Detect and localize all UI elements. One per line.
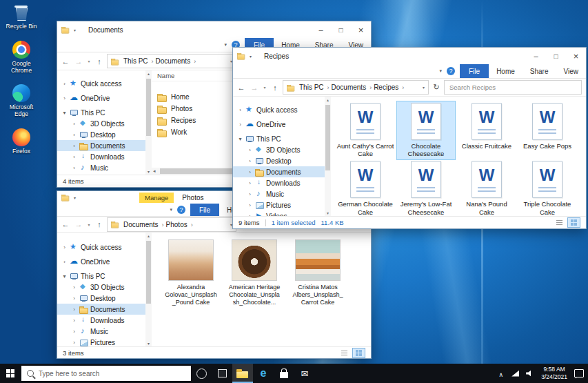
file-item[interactable]: German Chocolate Cake bbox=[336, 159, 394, 216]
file-item[interactable]: Chocolate Cheesecake bbox=[397, 101, 455, 159]
breadcrumb-item[interactable]: Recipes bbox=[374, 84, 406, 91]
ribbon-collapse-icon[interactable]: ▾ bbox=[439, 68, 442, 74]
up-button[interactable] bbox=[270, 84, 281, 92]
recent-locations-icon[interactable]: ▾ bbox=[86, 222, 92, 227]
search-input[interactable]: Search Recipes bbox=[444, 80, 582, 95]
maximize-button[interactable] bbox=[546, 48, 566, 64]
hidden-icons-button[interactable] bbox=[494, 364, 508, 383]
thumbnail-view-icon[interactable] bbox=[352, 348, 365, 358]
desktop-icon[interactable]: Firefox bbox=[3, 128, 40, 155]
file-item[interactable]: Jeremy's Low-Fat Cheesecake bbox=[397, 159, 455, 216]
sidebar-scrollbar[interactable] bbox=[145, 233, 152, 346]
breadcrumb-item[interactable]: Documents bbox=[123, 221, 166, 228]
expand-chevron-icon[interactable]: › bbox=[237, 121, 243, 128]
sidebar-item[interactable]: › Desktop bbox=[57, 129, 145, 140]
back-button[interactable] bbox=[236, 84, 247, 92]
address-dropdown-icon[interactable]: ▾ bbox=[423, 85, 425, 90]
file-explorer-button[interactable] bbox=[232, 364, 253, 383]
ribbon-tab[interactable]: View bbox=[556, 64, 587, 78]
titlebar[interactable]: ▾ Recipes bbox=[233, 48, 586, 64]
expand-chevron-icon[interactable]: › bbox=[71, 143, 77, 149]
details-view-icon[interactable] bbox=[553, 217, 566, 228]
breadcrumb-item[interactable]: Photos bbox=[166, 221, 195, 228]
volume-button[interactable] bbox=[523, 364, 537, 383]
expand-chevron-icon[interactable]: ▾ bbox=[237, 136, 243, 142]
breadcrumb-item[interactable]: Documents bbox=[156, 57, 199, 65]
expand-chevron-icon[interactable]: › bbox=[71, 295, 77, 302]
address-box[interactable]: This PCDocuments ▾ bbox=[107, 54, 236, 68]
action-center-button[interactable] bbox=[571, 364, 586, 383]
file-item[interactable]: Classic Fruitcake bbox=[458, 101, 516, 159]
expand-chevron-icon[interactable]: › bbox=[61, 244, 68, 251]
expand-chevron-icon[interactable]: › bbox=[71, 132, 77, 138]
sidebar-item[interactable]: › Documents bbox=[57, 304, 145, 315]
ribbon-tab[interactable]: Home bbox=[489, 64, 523, 78]
address-box[interactable]: This PCDocumentsRecipes ▾ bbox=[283, 80, 429, 95]
sidebar-item[interactable]: › Music bbox=[233, 188, 325, 199]
expand-chevron-icon[interactable]: › bbox=[61, 81, 68, 87]
scrollbar-thumb[interactable] bbox=[146, 241, 151, 304]
expand-chevron-icon[interactable]: › bbox=[71, 328, 77, 335]
sidebar-scrollbar[interactable] bbox=[325, 97, 331, 216]
sidebar-item[interactable]: › Videos bbox=[233, 210, 325, 216]
sidebar-item[interactable]: › Quick access bbox=[57, 242, 145, 253]
sidebar-item[interactable]: › Documents bbox=[233, 166, 325, 177]
task-view-button[interactable] bbox=[212, 364, 232, 383]
ribbon-collapse-icon[interactable]: ▾ bbox=[170, 207, 172, 213]
file-item[interactable]: Nana's Pound Cake bbox=[458, 159, 516, 216]
up-button[interactable] bbox=[94, 57, 105, 66]
breadcrumb-item[interactable]: This PC bbox=[123, 57, 156, 65]
expand-chevron-icon[interactable]: › bbox=[247, 213, 253, 217]
file-item[interactable]: Easy Cake Pops bbox=[518, 101, 576, 159]
address-box[interactable]: DocumentsPhotos ▾ bbox=[107, 217, 236, 232]
expand-chevron-icon[interactable]: › bbox=[71, 165, 77, 171]
sidebar-item[interactable]: › Music bbox=[57, 326, 145, 337]
desktop-icon[interactable]: Microsoft Edge bbox=[3, 84, 40, 118]
expand-chevron-icon[interactable]: › bbox=[71, 317, 77, 324]
expand-chevron-icon[interactable]: › bbox=[71, 284, 77, 291]
sidebar-item[interactable]: ▾ This PC bbox=[57, 107, 145, 118]
recent-locations-icon[interactable]: ▾ bbox=[262, 85, 267, 90]
sidebar-item[interactable]: ▾ This PC bbox=[233, 133, 325, 144]
file-item[interactable]: Aunt Cathy's Carrot Cake bbox=[336, 101, 394, 159]
ribbon-tab[interactable]: File bbox=[460, 64, 489, 78]
sidebar-item[interactable]: › Pictures bbox=[57, 173, 145, 175]
desktop-icon[interactable]: Recycle Bin bbox=[3, 3, 40, 30]
back-button[interactable] bbox=[60, 57, 71, 66]
refresh-icon[interactable] bbox=[431, 83, 442, 92]
sidebar-scrollbar[interactable] bbox=[145, 70, 152, 175]
expand-chevron-icon[interactable]: › bbox=[71, 121, 77, 127]
forward-button[interactable] bbox=[249, 84, 260, 92]
sidebar-item[interactable]: › Documents bbox=[57, 140, 145, 151]
breadcrumb-item[interactable]: Documents bbox=[332, 84, 374, 91]
minimize-button[interactable] bbox=[526, 48, 546, 64]
start-button[interactable] bbox=[0, 364, 21, 383]
sidebar-item[interactable]: › Downloads bbox=[57, 151, 145, 162]
sidebar-item[interactable]: › Pictures bbox=[233, 199, 325, 210]
minimize-button[interactable] bbox=[311, 21, 331, 38]
expand-chevron-icon[interactable]: › bbox=[247, 180, 253, 186]
close-button[interactable] bbox=[566, 48, 586, 64]
expand-chevron-icon[interactable]: › bbox=[61, 95, 68, 101]
photo-item[interactable]: Alexandra Golovac_Unsplash_Pound Cake bbox=[164, 239, 218, 306]
file-item[interactable]: Triple Chocolate Cake bbox=[518, 159, 576, 216]
expand-chevron-icon[interactable]: › bbox=[247, 169, 253, 175]
sidebar-item[interactable]: › 3D Objects bbox=[233, 144, 325, 155]
breadcrumb-item[interactable]: This PC bbox=[299, 84, 332, 91]
sidebar-item[interactable]: › OneDrive bbox=[57, 92, 145, 104]
expand-chevron-icon[interactable]: › bbox=[237, 107, 243, 113]
back-button[interactable] bbox=[60, 220, 71, 228]
photo-item[interactable]: Cristina Matos Albers_Unsplash_Carrot Ca… bbox=[291, 239, 345, 306]
expand-chevron-icon[interactable]: › bbox=[71, 154, 77, 160]
store-button[interactable] bbox=[274, 364, 294, 383]
sidebar-item[interactable]: ▾ This PC bbox=[57, 271, 145, 282]
desktop-icon[interactable]: Google Chrome bbox=[3, 41, 40, 75]
sidebar-item[interactable]: › 3D Objects bbox=[57, 282, 145, 293]
help-icon[interactable] bbox=[177, 206, 185, 214]
quick-access-toolbar-caret-icon[interactable]: ▾ bbox=[74, 28, 76, 32]
ribbon-collapse-icon[interactable]: ▾ bbox=[224, 42, 227, 48]
sidebar-item[interactable]: › Downloads bbox=[57, 315, 145, 326]
expand-chevron-icon[interactable]: › bbox=[247, 191, 253, 197]
sidebar-item[interactable]: › Downloads bbox=[233, 177, 325, 188]
network-button[interactable] bbox=[508, 364, 523, 383]
